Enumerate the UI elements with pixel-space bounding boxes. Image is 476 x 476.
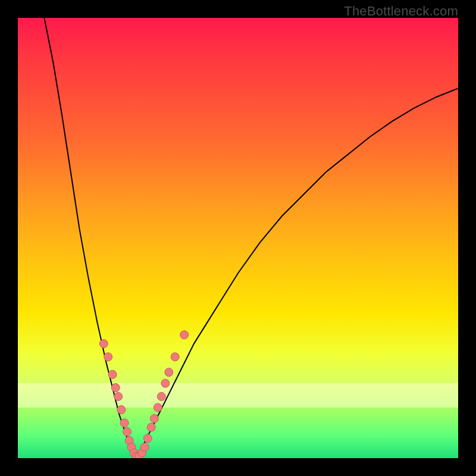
data-marker bbox=[108, 370, 117, 378]
marker-group bbox=[99, 331, 188, 458]
data-marker bbox=[123, 428, 131, 436]
data-marker bbox=[154, 403, 162, 412]
data-marker bbox=[150, 414, 158, 422]
data-marker bbox=[165, 368, 173, 377]
chart-frame: TheBottleneck.com bbox=[0, 0, 476, 476]
data-marker bbox=[104, 353, 112, 361]
data-marker bbox=[147, 423, 155, 431]
data-marker bbox=[99, 340, 108, 348]
data-marker bbox=[143, 434, 152, 443]
data-marker bbox=[161, 379, 170, 387]
data-marker bbox=[111, 384, 120, 392]
plot-area bbox=[18, 18, 458, 458]
data-marker bbox=[140, 443, 149, 452]
curve-path bbox=[44, 18, 136, 458]
data-marker bbox=[117, 406, 126, 414]
data-marker bbox=[180, 331, 189, 339]
data-marker bbox=[120, 419, 129, 427]
data-marker bbox=[171, 353, 179, 361]
curve-path bbox=[137, 88, 458, 458]
chart-svg bbox=[18, 18, 458, 458]
watermark-text: TheBottleneck.com bbox=[344, 4, 458, 19]
data-marker bbox=[114, 392, 123, 400]
curve-group bbox=[44, 18, 458, 458]
data-marker bbox=[157, 392, 165, 400]
